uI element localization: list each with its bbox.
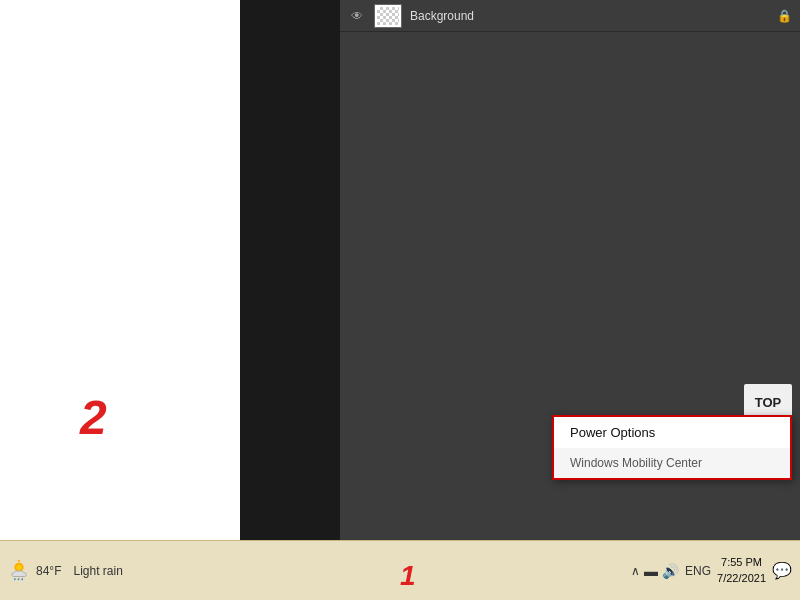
notification-icon[interactable]: 💬 (772, 561, 792, 580)
clock-time: 7:55 PM (717, 555, 766, 570)
language-indicator[interactable]: ENG (685, 564, 711, 578)
weather-icon (8, 560, 30, 582)
layer-name: Background (410, 9, 769, 23)
layer-thumbnail (374, 4, 402, 28)
system-tray: ∧ ▬ 🔊 (631, 563, 679, 579)
annotation-number-1: 1 (400, 560, 416, 592)
context-menu: Power Options Windows Mobility Center (552, 415, 792, 480)
weather-temp: 84°F (36, 564, 61, 578)
ps-panels: 👁 Background 🔒 TOP Power Options Windows… (340, 0, 800, 540)
svg-line-2 (14, 578, 15, 580)
dark-panel (240, 0, 340, 540)
lock-icon: 🔒 (777, 9, 792, 23)
volume-icon[interactable]: 🔊 (662, 563, 679, 579)
visibility-icon[interactable]: 👁 (348, 9, 366, 23)
tray-expand-icon[interactable]: ∧ (631, 564, 640, 578)
clock-date: 7/22/2021 (717, 571, 766, 586)
windows-mobility-center-menu-item[interactable]: Windows Mobility Center (554, 448, 790, 478)
power-options-menu-item[interactable]: Power Options (554, 417, 790, 448)
layers-panel-header: 👁 Background 🔒 (340, 0, 800, 32)
canvas-area (0, 0, 240, 540)
main-area: 👁 Background 🔒 TOP Power Options Windows… (0, 0, 800, 540)
svg-line-3 (18, 578, 19, 580)
clock-area[interactable]: 7:55 PM 7/22/2021 (717, 555, 766, 586)
svg-point-0 (15, 563, 22, 570)
svg-line-4 (22, 578, 23, 580)
battery-icon[interactable]: ▬ (644, 563, 658, 579)
weather-desc: Light rain (73, 564, 122, 578)
taskbar-right: ∧ ▬ 🔊 ENG 7:55 PM 7/22/2021 💬 (631, 555, 792, 586)
